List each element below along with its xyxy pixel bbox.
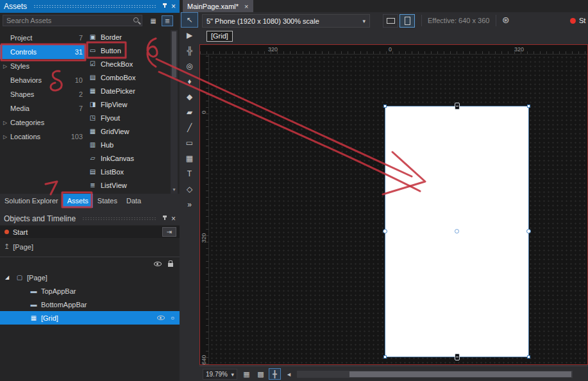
expander-icon[interactable] — [3, 120, 10, 126]
asset-category-row[interactable]: Categories — [0, 115, 86, 130]
category-count: 2 — [79, 90, 83, 98]
asset-category-row[interactable]: Shapes 2 — [0, 87, 86, 101]
asset-category-row[interactable]: Controls 31 — [0, 45, 86, 59]
device-selector-dropdown[interactable]: 5" Phone (1920 x 1080) 300% scale ▾ — [202, 14, 370, 28]
asset-item[interactable]: ▤ ComboBox — [87, 71, 169, 84]
asset-item[interactable]: ≣ ListView — [87, 178, 169, 192]
snap-to-gridlines-button[interactable]: ╋ — [269, 368, 281, 380]
tree-row[interactable]: ▢ [Page] — [0, 271, 180, 284]
scope-row[interactable]: ↥ [Page] — [4, 242, 33, 251]
pin-icon[interactable] — [162, 216, 167, 222]
more-tools-button[interactable]: » — [181, 197, 198, 212]
close-icon[interactable]: × — [244, 3, 248, 10]
asset-item[interactable]: ▱ InkCanvas — [87, 151, 169, 165]
design-surface[interactable] — [385, 106, 528, 357]
scroll-left-button[interactable]: ◂ — [283, 368, 295, 380]
status-right-label: St — [579, 17, 585, 24]
eraser-tool[interactable]: ▰ — [181, 105, 198, 120]
resize-handle[interactable] — [526, 229, 531, 233]
opacity-indicator[interactable] — [171, 314, 174, 321]
zoom-dropdown[interactable]: 19.79% ▾ — [203, 369, 237, 380]
rectangle-tool[interactable]: ▭ — [181, 135, 198, 151]
go-to-end-button[interactable]: ⇥ — [162, 227, 176, 237]
assets-panel-header[interactable]: Assets × — [0, 0, 180, 13]
resize-handle[interactable] — [527, 105, 530, 108]
selection-tool[interactable]: ↖ — [181, 12, 198, 28]
text-tool[interactable]: T — [181, 166, 198, 182]
show-grid-button[interactable]: ▩ — [255, 368, 267, 380]
resize-handle[interactable] — [527, 355, 530, 359]
asset-item[interactable]: ▦ GridView — [87, 124, 169, 138]
asset-item[interactable]: ◨ FlipView — [87, 97, 169, 111]
portrait-orientation-button[interactable] — [399, 14, 415, 28]
asset-item[interactable]: ▤ ListBox — [87, 165, 169, 178]
asset-item[interactable]: ☑ CheckBox — [87, 57, 169, 71]
viewbox-tool[interactable]: ◇ — [181, 182, 198, 197]
control-icon: ▱ — [88, 155, 97, 162]
snap-to-grid-button[interactable]: ▦ — [240, 368, 253, 380]
expander-icon[interactable] — [3, 64, 10, 69]
margin-anchor-icon[interactable] — [455, 103, 460, 110]
asset-category-row[interactable]: Locations 103 — [0, 130, 86, 144]
asset-item[interactable]: ▭ Button — [87, 44, 169, 57]
design-toolbar: 5" Phone (1920 x 1080) 300% scale ▾ Effe… — [199, 12, 588, 30]
lock-column-icon[interactable] — [168, 263, 173, 267]
tree-row[interactable]: ▦ [Grid] — [0, 311, 180, 325]
resize-handle[interactable] — [383, 355, 387, 359]
category-label: Media — [10, 105, 79, 112]
document-tab[interactable]: MainPage.xaml* × — [183, 0, 253, 12]
panel-tab[interactable]: Assets — [63, 194, 93, 208]
scroll-down-icon[interactable]: ▾ — [171, 186, 178, 193]
close-icon[interactable]: × — [171, 215, 176, 223]
expander-icon[interactable] — [5, 275, 12, 280]
asset-category-row[interactable]: Styles — [0, 59, 86, 73]
search-input[interactable] — [3, 15, 142, 26]
panel-tab-strip: Solution Explorer Assets States Data — [0, 194, 180, 208]
asset-category-row[interactable]: Behaviors 10 — [0, 73, 86, 87]
eyedropper-tool[interactable]: ♦ — [181, 74, 198, 89]
control-icon: ▤ — [88, 74, 97, 81]
grid-view-button[interactable]: ▦ — [147, 15, 159, 26]
scope-up-icon[interactable]: ↥ — [4, 242, 10, 251]
pan-tool[interactable]: ╬ — [181, 43, 198, 58]
zoom-tool[interactable]: ◎ — [181, 58, 198, 74]
breadcrumb[interactable]: [Grid] — [206, 31, 233, 42]
designer-area: MainPage.xaml* × 5" Phone (1920 x 1080) … — [180, 0, 588, 381]
center-anchor[interactable] — [455, 229, 459, 233]
horizontal-scrollbar[interactable] — [297, 371, 573, 378]
close-icon[interactable]: × — [171, 3, 176, 10]
paint-bucket-tool[interactable]: ◆ — [181, 89, 198, 105]
asset-item[interactable]: ▣ Border — [87, 30, 169, 44]
panel-tab[interactable]: Solution Explorer — [0, 194, 63, 208]
asset-item[interactable]: ◳ Flyout — [87, 111, 169, 124]
scrollbar-thumb[interactable] — [172, 31, 176, 78]
asset-category-row[interactable]: Media 7 — [0, 101, 86, 115]
objects-panel-header[interactable]: Objects and Timeline × — [0, 212, 180, 225]
objects-timeline-panel: Objects and Timeline × Start ⇥ ↥ [Page] … — [0, 212, 180, 381]
gear-icon[interactable]: ⊛ — [502, 15, 510, 25]
expander-icon[interactable] — [3, 134, 10, 140]
tree-row[interactable]: ▬ BottomAppBar — [0, 298, 180, 311]
pin-icon[interactable] — [162, 3, 167, 10]
direct-selection-tool[interactable]: ▶ — [181, 28, 198, 43]
asset-item[interactable]: ▥ Hub — [87, 138, 169, 151]
margin-anchor-icon[interactable] — [455, 353, 460, 360]
list-view-button[interactable]: ≣ — [162, 15, 173, 26]
control-icon: ▤ — [88, 168, 97, 175]
visibility-icon[interactable] — [157, 316, 165, 320]
resize-handle[interactable] — [383, 105, 387, 108]
panel-tab[interactable]: Data — [122, 194, 146, 208]
landscape-orientation-button[interactable] — [383, 14, 398, 28]
visibility-column-icon[interactable] — [154, 262, 162, 266]
asset-item[interactable]: ▦ DatePicker — [87, 84, 169, 97]
tree-row[interactable]: ▬ TopAppBar — [0, 284, 180, 298]
resize-handle[interactable] — [383, 229, 387, 233]
search-icon[interactable] — [133, 17, 139, 22]
grid-layout-tool[interactable]: ▦ — [181, 151, 198, 166]
pen-tool[interactable]: ╱ — [181, 120, 198, 135]
assets-scrollbar[interactable]: ▾ — [171, 30, 178, 194]
objects-panel-title: Objects and Timeline — [4, 214, 76, 223]
asset-category-row[interactable]: Project 7 — [0, 31, 86, 45]
scrollbar-thumb[interactable] — [349, 371, 571, 377]
panel-tab[interactable]: States — [93, 194, 122, 208]
